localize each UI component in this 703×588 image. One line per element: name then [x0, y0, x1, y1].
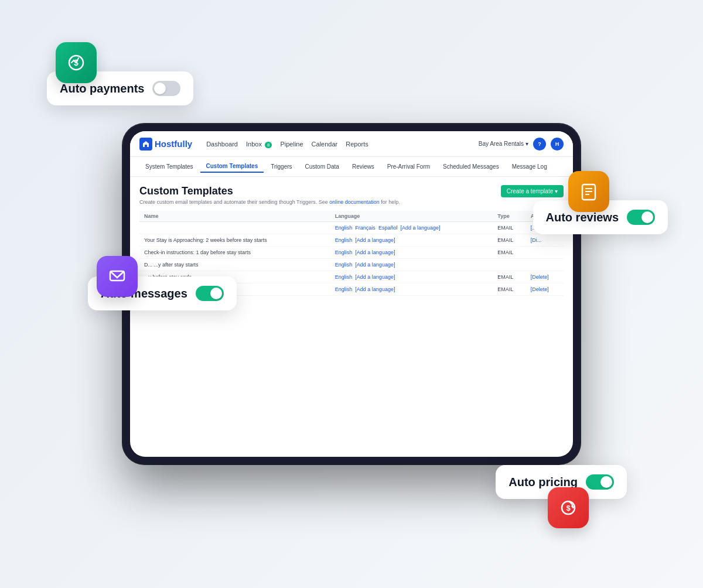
tab-message-log[interactable]: Message Log [506, 161, 553, 172]
template-action[interactable] [526, 259, 564, 271]
toggle-knob [641, 211, 653, 223]
payments-icon: $ [56, 42, 97, 83]
table-row: Check-in instructions: 1 day before stay… [139, 247, 564, 259]
pricing-icon: $ [548, 487, 589, 528]
template-name: Your Stay is Approaching: 2 weeks before… [139, 234, 330, 247]
toggle-knob [600, 476, 612, 488]
help-button[interactable]: ? [533, 138, 546, 151]
nav-dashboard[interactable]: Dashboard [206, 141, 238, 148]
tab-scheduled[interactable]: Scheduled Messages [437, 161, 505, 172]
template-language: English [Add a language] [330, 271, 481, 283]
template-name: D... ...y after stay starts [139, 259, 330, 271]
nav-inbox[interactable]: Inbox 8 [246, 141, 272, 148]
nav-right: Bay Area Rentals ▾ ? H [479, 138, 564, 151]
reviews-label: Auto reviews [546, 211, 619, 224]
template-language: English [Add a language] [330, 234, 481, 247]
template-name [139, 222, 330, 234]
tab-custom-data[interactable]: Custom Data [299, 161, 345, 172]
tab-pre-arrival[interactable]: Pre-Arrival Form [381, 161, 436, 172]
col-type: Type [493, 211, 525, 222]
template-type: EMAIL [493, 271, 525, 283]
table-row: D... ...y after stay starts English [Add… [139, 259, 564, 271]
nav-pipeline[interactable]: Pipeline [280, 141, 303, 148]
inbox-badge: 8 [265, 142, 272, 148]
template-type: EMAIL [493, 247, 525, 259]
nav-reports[interactable]: Reports [346, 141, 368, 148]
template-action[interactable]: [Di... [526, 234, 564, 247]
template-language: English [Add a language] [330, 259, 481, 271]
template-type [493, 259, 525, 271]
toggle-knob [210, 288, 222, 299]
pricing-toggle[interactable] [586, 474, 614, 490]
template-type: EMAIL [493, 222, 525, 234]
content-header: Custom Templates Create custom email tem… [139, 185, 564, 205]
payments-toggle[interactable] [152, 81, 180, 96]
nav-links: Dashboard Inbox 8 Pipeline Calendar Repo… [206, 141, 469, 148]
messages-toggle[interactable] [196, 286, 224, 301]
tab-custom-templates[interactable]: Custom Templates [200, 160, 264, 173]
reviews-toggle[interactable] [627, 210, 655, 225]
nav-calendar[interactable]: Calendar [312, 141, 338, 148]
svg-text:$: $ [566, 504, 571, 512]
template-type: EMAIL [493, 283, 525, 296]
app-logo: Hostfully [139, 138, 192, 151]
template-type: EMAIL [493, 234, 525, 247]
template-language: English Français Español [Add a language… [330, 222, 481, 234]
sub-tabs: System Templates Custom Templates Trigge… [130, 157, 573, 177]
tab-triggers[interactable]: Triggers [265, 161, 298, 172]
main-content: Custom Templates Create custom email tem… [130, 177, 573, 457]
col-name: Name [139, 211, 330, 222]
messages-icon [97, 256, 138, 297]
create-template-button[interactable]: Create a template ▾ [501, 185, 564, 197]
template-action[interactable]: [Delete] [526, 283, 564, 296]
template-language: English [Add a language] [330, 283, 481, 296]
page-subtitle: Create custom email templates and automa… [139, 199, 400, 205]
template-name: Check-in instructions: 1 day before stay… [139, 247, 330, 259]
table-row: English Français Español [Add a language… [139, 222, 564, 234]
template-action[interactable] [526, 247, 564, 259]
template-language: English [Add a language] [330, 247, 481, 259]
content-header-left: Custom Templates Create custom email tem… [139, 185, 400, 205]
logo-icon [139, 138, 152, 151]
logo-text: Hostfully [155, 139, 192, 149]
app-navbar: Hostfully Dashboard Inbox 8 Pipeline Cal… [130, 131, 573, 157]
property-dropdown[interactable]: Bay Area Rentals ▾ [479, 141, 528, 147]
tab-system-templates[interactable]: System Templates [139, 161, 199, 172]
col-spacer [480, 211, 493, 222]
template-action[interactable]: [Delete] [526, 271, 564, 283]
docs-link[interactable]: online documentation [329, 199, 380, 205]
toggle-knob [154, 83, 166, 94]
tab-reviews[interactable]: Reviews [346, 161, 380, 172]
scene: $ $ [29, 25, 674, 563]
payments-label: Auto payments [60, 82, 144, 95]
col-language: Language [330, 211, 481, 222]
page-title: Custom Templates [139, 185, 400, 197]
user-avatar[interactable]: H [551, 138, 564, 151]
reviews-icon [568, 171, 609, 212]
table-row: Your Stay is Approaching: 2 weeks before… [139, 234, 564, 247]
